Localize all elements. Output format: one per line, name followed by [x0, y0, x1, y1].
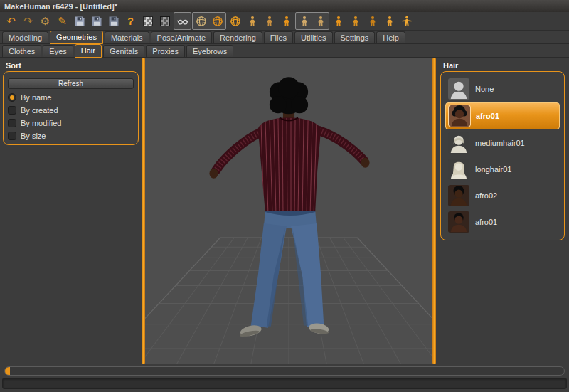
background-checker-icon[interactable] [139, 13, 156, 29]
radio-by-name [8, 93, 16, 102]
refresh-button[interactable]: Refresh [8, 78, 134, 89]
skeleton-pose-icon[interactable] [261, 13, 277, 29]
redo-icon[interactable]: ↷ [20, 13, 36, 29]
export-icon[interactable] [105, 13, 122, 29]
hair-item-label: afro01 [475, 218, 497, 226]
skeleton-pose-icon-graphic [264, 16, 275, 27]
save-icon-graphic [74, 16, 85, 27]
skin-icon-graphic [281, 16, 292, 27]
radio-label: By created [21, 106, 58, 115]
hair-thumb-none [448, 78, 469, 100]
hair-item-mediumhair01[interactable]: mediumhair01 [445, 130, 560, 156]
smooth-sphere-icon[interactable] [209, 13, 225, 29]
skin-icon[interactable] [278, 13, 294, 29]
content-area: Sort Refresh By name By created By modif… [0, 58, 569, 364]
subtab-clothes[interactable]: Clothes [2, 45, 41, 57]
save-icon[interactable] [71, 13, 87, 29]
hair-item-label: longhair01 [475, 165, 511, 174]
tab-settings[interactable]: Settings [334, 31, 376, 43]
export-icon-graphic [108, 16, 119, 27]
viewport-3d-scene [145, 58, 432, 364]
texture-checker-glyph [160, 16, 170, 26]
tab-modelling[interactable]: Modelling [2, 31, 48, 43]
hair-thumb-afro02 [448, 185, 469, 206]
reset-pose-icon-graphic [384, 16, 395, 27]
viewport-3d[interactable] [145, 58, 432, 364]
tab-rendering[interactable]: Rendering [213, 31, 262, 43]
edit-pencil-icon[interactable]: ✎ [54, 13, 70, 29]
hair-thumb-afro01 [449, 105, 470, 127]
pose-eyes-icon-graphic [315, 16, 326, 27]
wireframe-sphere-icon[interactable] [193, 13, 209, 29]
makehuman-window: MakeHuman r6429 - [Untitled]* ↶ ↷ ⚙ ✎ ? [0, 0, 569, 392]
body-icon-graphic [350, 16, 361, 27]
smooth-icon-graphic [212, 16, 223, 27]
skeleton-icon-graphic [247, 16, 258, 27]
body-icon[interactable] [347, 13, 363, 29]
shading-toggle-group [192, 12, 226, 30]
gear-icon[interactable]: ⚙ [37, 13, 53, 29]
undo-icon[interactable]: ↶ [3, 13, 19, 29]
status-line-field [2, 378, 567, 389]
right-panel: Hair None afro01 [436, 58, 569, 364]
hair-thumb-longhair01 [448, 159, 469, 180]
radio-label: By modified [21, 119, 61, 127]
texture-checker-icon[interactable] [156, 13, 173, 29]
subtab-eyes[interactable]: Eyes [43, 45, 73, 57]
character-model [209, 77, 369, 338]
subtab-eyebrows[interactable]: Eyebrows [186, 45, 233, 57]
tab-materials[interactable]: Materials [105, 31, 149, 43]
pose-eyes-icon[interactable] [312, 13, 329, 29]
main-toolbar: ↶ ↷ ⚙ ✎ ? [0, 12, 569, 31]
tab-files[interactable]: Files [264, 31, 293, 43]
pose-glasses-icon[interactable] [296, 13, 312, 29]
window-titlebar[interactable]: MakeHuman r6429 - [Untitled]* [0, 0, 569, 12]
glasses-toggle-icon[interactable] [174, 13, 191, 29]
hair-item-afro01-b[interactable]: afro01 [445, 209, 560, 235]
hair-thumb-afro01-b [448, 211, 469, 233]
tpose-icon[interactable] [398, 13, 415, 29]
background-checker-glyph [143, 16, 153, 26]
proxy-icon[interactable] [330, 13, 346, 29]
sort-option-by-modified[interactable]: By modified [8, 119, 134, 127]
hair-item-label: None [475, 85, 494, 93]
hair-item-afro01[interactable]: afro01 [445, 102, 560, 129]
hair-item-label: mediumhair01 [475, 139, 525, 147]
sub-tab-bar: Clothes Eyes Hair Genitals Proxies Eyebr… [0, 44, 569, 58]
tab-help[interactable]: Help [376, 31, 405, 43]
subtab-genitals[interactable]: Genitals [103, 45, 144, 57]
sort-option-by-created[interactable]: By created [8, 106, 134, 115]
progress-fill [5, 367, 10, 375]
sort-option-by-name[interactable]: By name [8, 93, 134, 102]
reset-pose-icon[interactable] [381, 13, 398, 29]
hair-item-longhair01[interactable]: longhair01 [445, 157, 560, 182]
proxy-icon-graphic [333, 16, 344, 27]
sort-option-by-size[interactable]: By size [8, 132, 134, 140]
skeleton-icon[interactable] [244, 13, 260, 29]
main-tab-bar: Modelling Geometries Materials Pose/Anim… [0, 31, 569, 44]
hair-item-afro02[interactable]: afro02 [445, 183, 560, 208]
measure-icon-graphic [367, 16, 378, 27]
load-icon-graphic [91, 16, 102, 27]
pose-toggle-group [295, 12, 329, 30]
tab-pose-animate[interactable]: Pose/Animate [151, 31, 212, 43]
subtab-proxies[interactable]: Proxies [146, 45, 185, 57]
progress-bar [4, 366, 565, 376]
hair-group-title: Hair [443, 61, 565, 70]
measure-icon[interactable] [364, 13, 381, 29]
tab-utilities[interactable]: Utilities [294, 31, 332, 43]
glasses-icon-graphic [177, 16, 188, 27]
glasses-toggle-group [174, 12, 191, 30]
mesh-globe-icon[interactable] [227, 13, 243, 29]
hair-item-none[interactable]: None [445, 76, 560, 102]
subtab-hair[interactable]: Hair [75, 44, 102, 58]
help-icon[interactable]: ? [122, 13, 139, 29]
hair-item-label: afro01 [476, 112, 499, 120]
tab-geometries[interactable]: Geometries [50, 31, 103, 44]
hair-item-label: afro02 [475, 191, 497, 200]
load-icon[interactable] [88, 13, 105, 29]
globe-icon-graphic [230, 16, 241, 27]
radio-by-modified [8, 119, 16, 127]
sort-group-title: Sort [6, 61, 139, 70]
radio-by-size [8, 132, 16, 140]
